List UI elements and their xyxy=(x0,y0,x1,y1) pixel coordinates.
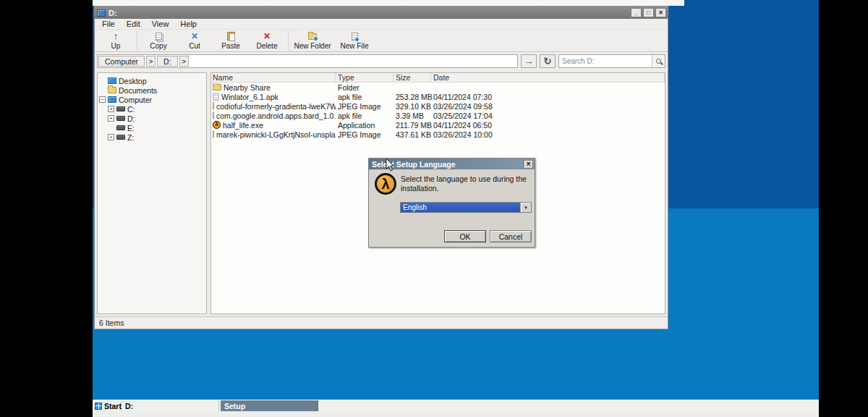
file-icon xyxy=(213,112,214,119)
cut-button[interactable]: ✕ Cut xyxy=(176,30,213,51)
search-box xyxy=(558,54,665,68)
drive-icon xyxy=(116,125,125,130)
tree-label: Computer xyxy=(119,96,152,104)
menu-file[interactable]: File xyxy=(96,20,121,28)
half-life-lambda-icon: λ xyxy=(213,121,221,129)
menu-help[interactable]: Help xyxy=(174,20,203,28)
tree-item-computer[interactable]: − Computer xyxy=(98,95,206,104)
paste-clipboard-icon xyxy=(227,32,235,41)
collapse-box-icon[interactable]: − xyxy=(99,96,106,103)
copy-pages-icon xyxy=(156,33,162,41)
delete-x-icon: ✕ xyxy=(263,32,271,41)
taskbar-button-d-drive[interactable]: D: xyxy=(122,400,219,411)
menu-edit[interactable]: Edit xyxy=(121,20,146,28)
go-arrow-icon: → xyxy=(524,56,534,67)
language-select[interactable]: English ▼ xyxy=(400,202,532,213)
address-bar: Computer > D: > → ↻ xyxy=(95,52,668,70)
tree-item-drive-c[interactable]: + C: xyxy=(98,104,206,114)
refresh-button[interactable]: ↻ xyxy=(540,54,556,68)
drive-icon xyxy=(116,116,125,121)
dialog-close-button[interactable]: ✕ xyxy=(524,160,533,169)
tree-item-drive-d[interactable]: + D: xyxy=(98,114,206,123)
status-bar: 6 Items xyxy=(95,316,668,329)
copy-button[interactable]: Copy xyxy=(140,30,176,51)
file-row[interactable]: Nearby Share Folder xyxy=(211,83,665,92)
dropdown-button[interactable]: ▼ xyxy=(520,203,531,212)
up-label: Up xyxy=(111,42,121,50)
search-input[interactable] xyxy=(559,57,652,65)
toolbar-separator xyxy=(288,31,289,50)
cut-label: Cut xyxy=(189,42,200,50)
maximize-button[interactable]: □ xyxy=(643,8,654,17)
file-icon xyxy=(213,93,218,101)
folder-tree-panel: Desktop Documents − Computer + C: xyxy=(97,72,207,314)
new-file-icon xyxy=(352,33,358,41)
minimize-button[interactable]: _ xyxy=(631,8,642,17)
menu-view[interactable]: View xyxy=(146,20,175,28)
cancel-button[interactable]: Cancel xyxy=(490,230,532,243)
tree-item-drive-e[interactable]: E: xyxy=(98,123,206,132)
menu-bar: File Edit View Help xyxy=(95,19,668,30)
window-title: D: xyxy=(109,9,631,17)
tree-label: Desktop xyxy=(119,77,147,85)
desktop-screen: D: _ □ ✕ File Edit View Help ↑ Up Copy xyxy=(93,0,819,417)
close-button[interactable]: ✕ xyxy=(655,8,666,17)
file-row-half-life[interactable]: λhalf_life.exe Application 211.79 MB 04/… xyxy=(211,120,665,130)
bottom-edge-strip xyxy=(93,411,819,417)
new-file-label: New File xyxy=(341,42,369,50)
tree-label: Documents xyxy=(119,86,157,95)
ok-button[interactable]: OK xyxy=(444,230,486,243)
column-header-date[interactable]: Date xyxy=(431,73,665,82)
expand-box-icon[interactable]: + xyxy=(108,115,114,122)
column-header-size[interactable]: Size xyxy=(393,73,431,82)
delete-button[interactable]: ✕ Delete xyxy=(249,30,285,51)
dialog-message: Select the language to use during the in… xyxy=(401,174,527,193)
dialog-body: λ Select the language to use during the … xyxy=(369,169,535,248)
expand-box-icon[interactable]: + xyxy=(108,134,114,140)
column-header-type[interactable]: Type xyxy=(336,73,393,82)
new-file-button[interactable]: New File xyxy=(333,30,375,51)
mouse-cursor xyxy=(386,159,396,173)
tree-label: D: xyxy=(127,114,135,123)
half-life-lambda-icon: λ xyxy=(375,173,396,195)
breadcrumb-drive-d[interactable]: D: xyxy=(157,56,178,67)
tree-item-desktop[interactable]: Desktop xyxy=(98,76,206,85)
file-row[interactable]: codioful-formerly-gradienta-lweK7W... JP… xyxy=(211,101,665,111)
tree-label: C: xyxy=(127,105,135,114)
chevron-right-icon[interactable]: > xyxy=(179,56,189,67)
up-button[interactable]: ↑ Up xyxy=(98,30,134,51)
item-count: 6 Items xyxy=(99,319,124,327)
start-button[interactable]: Start xyxy=(93,400,122,411)
breadcrumb-computer[interactable]: Computer xyxy=(98,56,145,67)
taskbar-button-setup[interactable]: Setup xyxy=(221,400,318,411)
new-folder-label: New Folder xyxy=(294,42,331,50)
file-row[interactable]: com.google.android.apps.bard_1.0.6... ap… xyxy=(211,111,665,120)
desktop-icon xyxy=(108,77,116,84)
computer-icon xyxy=(108,96,116,103)
copy-label: Copy xyxy=(150,42,166,50)
column-header-name[interactable]: Name xyxy=(211,73,336,82)
tree-item-drive-z[interactable]: + Z: xyxy=(98,132,206,142)
paste-button[interactable]: Paste xyxy=(213,30,249,51)
refresh-icon: ↻ xyxy=(544,56,552,67)
breadcrumb[interactable]: Computer > D: > xyxy=(97,54,518,68)
search-button[interactable] xyxy=(652,55,665,67)
window-titlebar[interactable]: D: _ □ ✕ xyxy=(95,7,668,19)
file-list-header: Name Type Size Date xyxy=(211,73,665,83)
expand-box-icon[interactable]: + xyxy=(108,106,114,112)
tree-label: E: xyxy=(127,124,135,132)
new-folder-button[interactable]: New Folder xyxy=(292,30,333,51)
start-label: Start xyxy=(104,402,122,410)
up-arrow-icon: ↑ xyxy=(114,32,119,41)
file-row[interactable]: Winlator_6.1.apk apk file 253.28 MB 04/1… xyxy=(211,92,665,101)
tree-item-documents[interactable]: Documents xyxy=(98,85,206,95)
drive-icon xyxy=(116,106,125,111)
folder-icon xyxy=(213,84,221,90)
file-icon xyxy=(213,131,214,138)
chevron-right-icon[interactable]: > xyxy=(146,56,156,67)
delete-label: Delete xyxy=(257,42,278,50)
language-selected-value: English xyxy=(401,203,520,212)
file-row[interactable]: marek-piwnicki-LGgKrtjNsoI-unsplas... JP… xyxy=(211,130,665,139)
go-button[interactable]: → xyxy=(521,54,537,68)
folder-icon xyxy=(108,87,116,93)
